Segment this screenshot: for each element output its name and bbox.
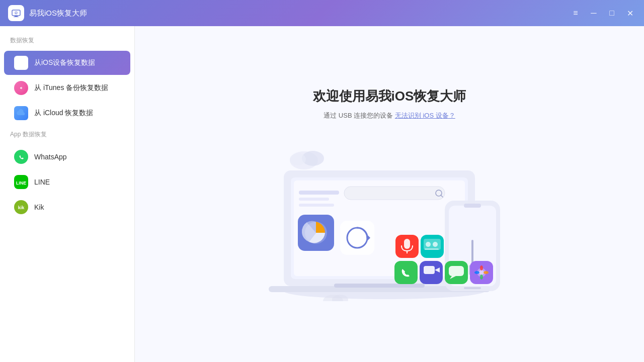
title-left: 易我iOS恢复大师 (8, 5, 87, 21)
close-button[interactable]: ✕ (624, 7, 636, 19)
title-controls: ≡ ─ □ ✕ (570, 7, 636, 19)
sidebar-item-kik[interactable]: kik Kik (4, 195, 130, 219)
svg-rect-59 (404, 239, 410, 249)
whatsapp-label: WhatsApp (34, 153, 67, 161)
main-layout: 数据恢复 从iOS设备恢复数据 从 iTunes 备份恢复数据 (0, 26, 644, 362)
svg-rect-1 (15, 16, 18, 17)
welcome-title: 欢迎使用易我iOS恢复大师 (313, 87, 466, 105)
svg-rect-2 (14, 17, 19, 17)
sidebar-item-ios-recover[interactable]: 从iOS设备恢复数据 (4, 51, 130, 75)
icloud-recover-label: 从 iCloud 恢复数据 (34, 109, 93, 118)
svg-point-64 (433, 242, 438, 247)
svg-text:LINE: LINE (16, 180, 27, 186)
maximize-button[interactable]: □ (606, 7, 618, 19)
line-label: LINE (34, 178, 50, 186)
sidebar-item-icloud-recover[interactable]: 从 iCloud 恢复数据 (4, 101, 130, 125)
svg-rect-38 (464, 287, 481, 289)
welcome-subtitle: 通过 USB 连接您的设备 无法识别 iOS 设备？ (324, 111, 455, 120)
svg-rect-21 (334, 284, 425, 288)
svg-point-53 (479, 270, 484, 275)
sidebar: 数据恢复 从iOS设备恢复数据 从 iTunes 备份恢复数据 (0, 26, 135, 362)
svg-point-7 (21, 87, 22, 88)
svg-point-63 (426, 242, 431, 247)
svg-rect-49 (449, 266, 464, 276)
ios-recover-icon (14, 56, 28, 70)
svg-rect-24 (299, 204, 334, 207)
svg-point-32 (290, 153, 306, 165)
kik-icon: kik (14, 200, 28, 214)
app-logo (8, 5, 24, 21)
svg-rect-46 (424, 266, 435, 274)
svg-point-8 (17, 153, 25, 161)
ios-recover-label: 从iOS设备恢复数据 (34, 58, 95, 67)
itunes-recover-label: 从 iTunes 备份恢复数据 (34, 83, 108, 93)
sidebar-item-line[interactable]: LINE LINE (4, 170, 130, 194)
svg-text:kik: kik (18, 205, 25, 210)
icloud-recover-icon (14, 106, 28, 120)
svg-rect-17 (344, 187, 445, 200)
svg-point-56 (480, 275, 483, 280)
svg-point-54 (480, 265, 483, 270)
svg-rect-23 (299, 198, 329, 201)
title-bar: 易我iOS恢复大师 ≡ ─ □ ✕ (0, 0, 644, 26)
illustration (244, 140, 535, 301)
sidebar-item-whatsapp[interactable]: WhatsApp (4, 145, 130, 169)
svg-point-55 (484, 271, 489, 274)
svg-point-57 (474, 271, 479, 274)
svg-rect-65 (425, 248, 439, 250)
svg-rect-44 (394, 261, 418, 284)
kik-label: Kik (34, 203, 44, 211)
svg-point-4 (20, 61, 22, 63)
content-area: 欢迎使用易我iOS恢复大师 通过 USB 连接您的设备 无法识别 iOS 设备？ (135, 26, 644, 362)
svg-rect-22 (299, 191, 339, 195)
itunes-recover-icon (14, 81, 28, 95)
svg-rect-37 (464, 204, 481, 208)
sidebar-item-itunes-recover[interactable]: 从 iTunes 备份恢复数据 (4, 76, 130, 100)
whatsapp-icon (14, 150, 28, 164)
app-title: 易我iOS恢复大师 (29, 9, 87, 18)
ios-help-link[interactable]: 无法识别 iOS 设备？ (395, 112, 455, 119)
line-icon: LINE (14, 175, 28, 189)
sidebar-section1-label: 数据恢复 (0, 36, 134, 50)
minimize-button[interactable]: ─ (588, 7, 600, 19)
menu-button[interactable]: ≡ (570, 7, 582, 19)
sidebar-section2-label: App 数据恢复 (0, 130, 134, 144)
